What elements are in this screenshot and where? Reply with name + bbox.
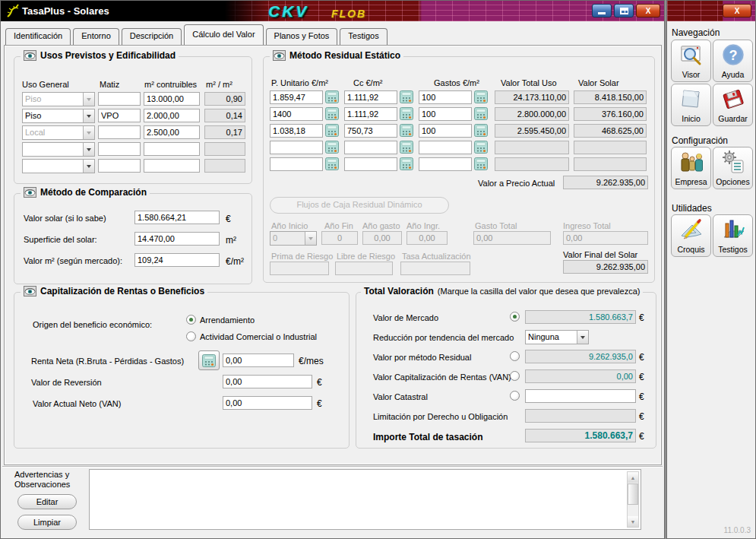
testigos-button[interactable]: Testigos <box>713 214 753 257</box>
p-unitario-input[interactable] <box>270 141 323 154</box>
tab-planos-y-fotos[interactable]: Planos y Fotos <box>266 28 338 45</box>
uso-general-select[interactable]: Piso <box>22 109 95 123</box>
scrollbar-thumb[interactable] <box>628 484 638 505</box>
gastos-input[interactable] <box>419 90 472 104</box>
matiz-input[interactable] <box>98 109 141 122</box>
cc-input[interactable] <box>344 141 397 154</box>
valor-reversion-input[interactable] <box>223 375 312 388</box>
empresa-button[interactable]: Empresa <box>671 147 711 189</box>
valor-m2-input[interactable] <box>134 253 220 267</box>
cc-input[interactable] <box>344 124 397 138</box>
van-input[interactable] <box>223 396 312 410</box>
chevron-down-icon <box>87 115 91 118</box>
cc-input[interactable] <box>344 157 397 171</box>
matiz-input[interactable] <box>98 142 141 156</box>
uso-general-select[interactable] <box>22 142 95 157</box>
calculator-button[interactable] <box>400 157 415 172</box>
valor-van-radio[interactable] <box>510 371 520 381</box>
m2-contruibles-input[interactable] <box>144 92 200 106</box>
gastos-input[interactable] <box>419 157 472 171</box>
gastos-input[interactable] <box>419 107 472 121</box>
m2-contruibles-input[interactable] <box>144 125 200 139</box>
p-unitario-input[interactable] <box>270 157 323 171</box>
scrollbar[interactable]: ▲ ▼ <box>627 471 639 528</box>
calculator-button[interactable] <box>325 157 340 172</box>
inicio-button[interactable]: Inicio <box>671 84 711 126</box>
valor-solar-field: 8.418.150,00 <box>574 90 647 104</box>
calculator-button[interactable] <box>474 141 489 155</box>
minimize-button[interactable] <box>592 4 612 17</box>
valor-solar-input[interactable] <box>134 211 220 224</box>
sidebar-close-button[interactable]: X <box>723 4 751 17</box>
renta-neta-label: Renta Neta (R.Bruta - Pérdidas - Gastos) <box>31 357 184 366</box>
editar-button[interactable]: Editar <box>17 494 77 509</box>
close-button[interactable]: X <box>636 4 660 17</box>
maximize-button[interactable] <box>614 4 634 17</box>
calculator-button[interactable] <box>474 157 489 172</box>
m2-contruibles-input[interactable] <box>144 159 200 173</box>
cc-input[interactable] <box>344 107 397 121</box>
matiz-input[interactable] <box>98 159 141 173</box>
ayuda-button[interactable]: ? Ayuda <box>713 40 753 82</box>
tab-identificacion[interactable]: Identificación <box>5 28 71 45</box>
valor-mercado-radio[interactable] <box>510 312 520 322</box>
tab-testigos[interactable]: Testigos <box>340 28 387 45</box>
scroll-up-button[interactable]: ▲ <box>628 472 638 483</box>
calculator-button[interactable] <box>474 124 489 138</box>
matiz-input[interactable] <box>98 125 141 139</box>
croquis-button[interactable]: Croquis <box>671 214 711 257</box>
visor-button[interactable]: Visor <box>671 40 711 82</box>
uso-general-select[interactable]: Piso <box>22 92 95 106</box>
calculator-button[interactable] <box>198 350 220 370</box>
anio-inicio-select[interactable]: 0 <box>270 231 317 246</box>
m2-contruibles-input[interactable] <box>144 142 200 156</box>
valor-residual-radio[interactable] <box>510 351 520 361</box>
renta-neta-input[interactable] <box>223 354 294 367</box>
limitacion-field <box>525 409 636 423</box>
unit-eur: € <box>639 372 644 382</box>
valor-residual-field: 9.262.935,0 <box>525 350 636 363</box>
tab-entorno[interactable]: Entorno <box>73 28 119 45</box>
m2-contruibles-input[interactable] <box>144 109 200 122</box>
gastos-input[interactable] <box>419 141 472 154</box>
calculator-button[interactable] <box>325 141 340 155</box>
p-unitario-input[interactable] <box>270 90 323 104</box>
calculator-button[interactable] <box>474 90 489 105</box>
limpiar-button[interactable]: Limpiar <box>17 515 77 530</box>
unit-eur: € <box>639 411 644 422</box>
arrendamiento-label: Arrendamiento <box>200 315 255 325</box>
gastos-input[interactable] <box>419 124 472 138</box>
p-unitario-input[interactable] <box>270 124 323 138</box>
calculator-button[interactable] <box>325 90 340 105</box>
calculator-button[interactable] <box>400 90 415 105</box>
calculator-button[interactable] <box>400 124 415 138</box>
reduccion-select[interactable]: Ninguna <box>525 330 589 344</box>
matiz-input[interactable] <box>98 92 141 106</box>
actividad-radio[interactable] <box>186 331 196 341</box>
calculator-button[interactable] <box>400 107 415 122</box>
tab-calculo-del-valor[interactable]: Cálculo del Valor <box>184 24 263 45</box>
flujos-caja-button[interactable]: Flujos de Caja Residual Dinámico <box>270 197 449 214</box>
eye-icon <box>24 286 36 296</box>
observaciones-textarea[interactable]: ▲ ▼ <box>89 469 641 530</box>
calculator-button[interactable] <box>474 107 489 122</box>
uso-general-select[interactable] <box>22 159 95 173</box>
p-unitario-input[interactable] <box>270 107 323 121</box>
calculator-button[interactable] <box>325 107 340 122</box>
guardar-button[interactable]: Guardar <box>713 84 753 126</box>
arrendamiento-radio[interactable] <box>186 315 196 325</box>
opciones-button[interactable]: Opciones <box>713 147 753 189</box>
prima-riesgo-label: Prima de Riesgo <box>271 252 333 261</box>
superficie-input[interactable] <box>134 232 220 246</box>
anio-ingr-label: Año Ingr. <box>406 221 440 230</box>
cc-input[interactable] <box>344 90 397 104</box>
scroll-down-button[interactable]: ▼ <box>628 516 638 527</box>
calculator-button[interactable] <box>325 124 340 138</box>
calculator-button[interactable] <box>400 141 415 155</box>
col-uso-general: Uso General <box>22 80 69 89</box>
valor-catastral-radio[interactable] <box>510 391 520 401</box>
valor-van-label: Valor Capitalización de Rentas (VAN) <box>373 373 511 382</box>
uso-general-select[interactable]: Local <box>22 125 95 140</box>
valor-catastral-input[interactable] <box>525 389 636 403</box>
tab-descripcion[interactable]: Descripción <box>122 28 182 45</box>
